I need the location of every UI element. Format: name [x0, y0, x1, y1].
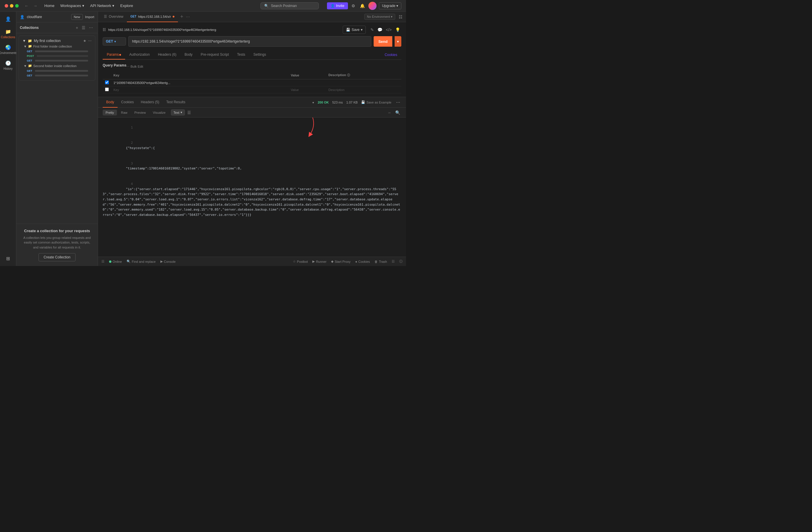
tab-close[interactable] — [173, 16, 174, 17]
request-item-3[interactable]: GET — [21, 58, 93, 63]
sidebar-item-history[interactable]: 🕐 History — [1, 58, 15, 73]
send-button[interactable]: Send — [374, 36, 392, 47]
search-bar[interactable]: 🔍 Search Postman — [260, 2, 319, 9]
status-postbot[interactable]: ☆ Postbot — [293, 260, 308, 263]
method-select[interactable]: GET ▾ — [103, 37, 126, 45]
req-tab-params[interactable]: Params — [103, 50, 125, 59]
save-example-button[interactable]: 💾 Save as Example — [361, 100, 391, 104]
upgrade-button[interactable]: Upgrade ▾ — [379, 2, 401, 9]
format-icon-btn[interactable]: ☰ — [186, 110, 192, 115]
collection-name[interactable]: ▼ 📁 My first collection ★ ⋯ — [21, 38, 93, 43]
code-area[interactable]: 1 2 {"hsycostate":{ 3 "timestamp":170014… — [98, 117, 406, 257]
close-traffic-light[interactable] — [5, 4, 8, 8]
response-tab-body[interactable]: Body — [103, 97, 118, 107]
status-runner[interactable]: ▶ Runner — [313, 260, 327, 263]
invite-button[interactable]: 👤 Invite — [327, 2, 348, 9]
maximize-traffic-light[interactable] — [15, 4, 19, 8]
param-desc-1[interactable] — [326, 79, 401, 86]
add-collection-btn[interactable]: + — [75, 25, 79, 31]
param-key-placeholder[interactable]: Key — [111, 86, 288, 94]
request-item-1[interactable]: GET — [21, 49, 93, 54]
find-replace-icon: 🔍 — [127, 260, 131, 263]
console-label: Console — [164, 260, 176, 263]
request-item-4[interactable]: GET — [21, 69, 93, 73]
status-trash[interactable]: 🗑 Trash — [375, 260, 387, 263]
magic-icon-btn[interactable]: 💡 — [394, 26, 401, 33]
forward-button[interactable]: → — [32, 3, 39, 9]
param-value-1[interactable] — [288, 79, 326, 86]
format-tab-preview[interactable]: Preview — [132, 110, 149, 115]
create-collection-button[interactable]: Create Collection — [39, 253, 75, 261]
url-input[interactable] — [128, 36, 371, 47]
more-collection-btn[interactable]: ⋯ — [88, 25, 94, 31]
send-dropdown-button[interactable]: ▾ — [395, 36, 401, 47]
param-desc-placeholder[interactable]: Description — [326, 86, 401, 94]
search-response-btn[interactable]: 🔍 — [394, 110, 401, 115]
sort-collection-btn[interactable]: ☰ — [81, 25, 87, 31]
format-type-dropdown[interactable]: Text ▾ — [171, 110, 185, 115]
add-tab-button[interactable]: + — [178, 14, 186, 20]
minimize-traffic-light[interactable] — [10, 4, 13, 8]
status-online[interactable]: Online — [109, 260, 122, 263]
request-item-2[interactable]: POST — [21, 54, 93, 58]
req-tab-tests[interactable]: Tests — [233, 50, 249, 59]
req-tab-authorization[interactable]: Authorization — [125, 50, 154, 59]
folder-chevron-1: ▼ — [24, 45, 27, 48]
folder-item-2[interactable]: ▼ 📁 Second folder inside collection — [21, 63, 93, 69]
param-key-1[interactable]: 1*1699974604335000*ertgw4634tertg... — [111, 79, 288, 86]
avatar[interactable] — [368, 2, 377, 10]
edit-icon-btn[interactable]: ✎ — [369, 26, 375, 33]
line-num-2: 2 — [126, 140, 133, 146]
format-tab-pretty[interactable]: Pretty — [103, 110, 117, 115]
status-start-proxy[interactable]: ◆ Start Proxy — [331, 260, 350, 263]
sidebar-user[interactable]: 👤 — [1, 14, 15, 25]
format-tab-raw[interactable]: Raw — [118, 110, 130, 115]
copy-response-btn[interactable]: ⎓ — [387, 110, 392, 115]
sidebar-item-environments[interactable]: 🌏 Environments — [1, 42, 15, 57]
explore-nav[interactable]: Explore — [118, 2, 135, 9]
collection-star[interactable]: ★ — [83, 39, 86, 43]
settings-button[interactable]: ⚙ — [350, 2, 357, 9]
tab-overview[interactable]: ☰ Overview — [100, 12, 127, 22]
bulk-edit-btn[interactable]: ⋯ Bulk Edit — [126, 65, 143, 69]
param-value-placeholder[interactable]: Value — [288, 86, 326, 94]
workspaces-nav[interactable]: Workspaces ▾ — [58, 2, 87, 9]
code-icon-btn[interactable]: </> — [385, 26, 393, 33]
api-network-nav[interactable]: API Network ▾ — [88, 2, 117, 9]
param-checkbox-2[interactable] — [105, 87, 109, 91]
notifications-button[interactable]: 🔔 — [359, 2, 366, 9]
req-tab-settings[interactable]: Settings — [249, 50, 270, 59]
back-button[interactable]: ← — [23, 3, 30, 9]
folder-item-1[interactable]: ▼ 📁 First folder inside collection — [21, 43, 93, 49]
response-tab-test-results[interactable]: Test Results — [163, 97, 189, 107]
request-item-5[interactable]: GET — [21, 73, 93, 78]
req-tab-headers[interactable]: Headers (6) — [154, 50, 180, 59]
status-console[interactable]: ▶ Console — [160, 260, 176, 263]
status-cookies[interactable]: ● Cookies — [355, 260, 370, 263]
search-placeholder: Search Postman — [271, 4, 297, 8]
status-grid[interactable]: ☷ — [392, 260, 395, 263]
tab-get-active[interactable]: GET https://192.168.1.54/x/r — [127, 12, 178, 22]
param-checkbox-1[interactable] — [105, 81, 109, 84]
sidebar-new-collection[interactable]: ⊞ — [1, 254, 15, 264]
comment-icon-btn[interactable]: 💬 — [376, 26, 383, 33]
response-tab-cookies[interactable]: Cookies — [118, 97, 137, 107]
status-help[interactable]: ⓘ — [399, 259, 403, 264]
response-tab-headers[interactable]: Headers (5) — [137, 97, 163, 107]
no-environment[interactable]: No Environment ▾ — [364, 14, 395, 20]
format-tab-visualize[interactable]: Visualize — [150, 110, 169, 115]
cookies-link[interactable]: Cookies — [381, 51, 401, 59]
new-button[interactable]: New — [71, 14, 83, 20]
sidebar-item-collections[interactable]: 📁 Collections — [1, 27, 15, 41]
status-sidebar-toggle[interactable]: ☷ — [102, 260, 104, 263]
req-tab-prerequest[interactable]: Pre-request Script — [197, 50, 233, 59]
status-find-replace[interactable]: 🔍 Find and replace — [127, 260, 156, 263]
save-button[interactable]: 💾 Save ▾ — [343, 26, 365, 34]
req-tab-body[interactable]: Body — [180, 50, 197, 59]
home-nav[interactable]: Home — [42, 2, 57, 9]
collection-more[interactable]: ⋯ — [88, 39, 91, 43]
tab-more[interactable]: ⋯ — [186, 15, 190, 19]
env-manager-button[interactable]: ☷ — [397, 13, 404, 20]
response-more-btn[interactable]: ⋯ — [395, 99, 401, 106]
import-button[interactable]: Import — [85, 15, 94, 19]
